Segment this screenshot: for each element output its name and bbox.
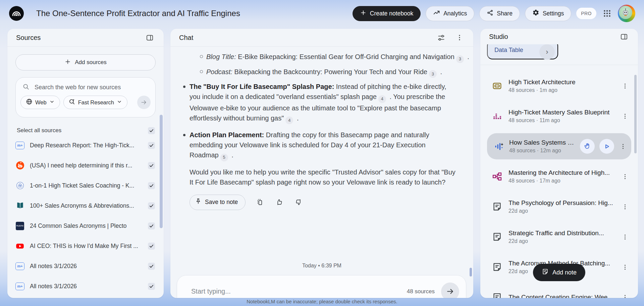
studio-artifact-row[interactable]: The Content Creation Engine: Wee... [480,282,638,298]
web-search-card: Web Fast Research [15,77,156,117]
collapse-panel-icon[interactable] [619,32,629,42]
send-button[interactable] [441,283,459,298]
user-avatar[interactable] [618,5,635,22]
research-mode-dropdown[interactable]: Fast Research [63,96,127,109]
chat-panel: Chat Blog Title: E-Bike Bikepacking: Ess… [170,29,473,298]
source-title: (USA) I need help determining if this r.… [30,162,143,169]
source-count: 48 sources [407,288,435,295]
artifact-more-options-icon[interactable] [621,293,629,298]
sources-scrollbar[interactable] [160,115,163,228]
studio-artifact-row[interactable]: High-Ticket Mastery Sales Blueprint48 so… [480,101,638,131]
chat-body: Blog Title: E-Bike Bikepacking: Essentia… [170,46,473,298]
apps-grid-icon[interactable] [601,8,613,19]
chevron-down-icon [117,99,122,106]
source-checkbox[interactable] [148,182,155,189]
settings-button[interactable]: Settings [525,6,571,21]
search-input[interactable] [34,84,149,91]
artifact-more-options-icon[interactable] [619,142,627,151]
source-list-item[interactable]: 100+ Sales Acronyms & Abbreviations... [7,196,164,216]
artifact-more-options-icon[interactable] [621,112,629,120]
audio-icon [494,141,504,152]
message-text: . [230,151,233,159]
source-list-item[interactable]: m+All notes 3/1/2026 [7,276,164,296]
tools-scroll-next-icon[interactable]: › [539,44,555,60]
pin-icon [195,198,202,206]
note-icon [542,268,549,277]
notebooklm-logo-icon[interactable] [9,6,24,21]
message-text: . [438,68,442,75]
share-button[interactable]: Share [479,6,520,21]
source-checkbox[interactable] [148,202,155,209]
chat-panel-header: Chat [170,29,473,47]
chat-scrollbar[interactable] [470,268,472,276]
source-title: 24 Common Sales Acronyms | Plecto [30,222,143,230]
source-checkbox[interactable] [148,142,155,149]
globe-icon [26,98,33,106]
chat-input[interactable] [191,287,407,296]
assistant-message: Blog Title: E-Bike Bikepacking: Essentia… [170,46,473,210]
add-note-button[interactable]: Add note [533,264,585,281]
source-checkbox[interactable] [148,222,155,230]
source-list-item[interactable]: m+Deep Research Report: The High-Tick... [7,135,164,155]
source-list-item[interactable]: m+All notes 3/1/2026 [7,256,164,276]
citation-chip[interactable]: 3 [456,55,464,63]
note-icon: m+ [15,262,24,271]
artifact-more-options-icon[interactable] [621,263,629,271]
play-button[interactable] [599,139,614,154]
message-text: . [295,114,299,122]
message-para: Would you like me to help you write the … [190,167,458,187]
artifact-meta: 22d ago [508,208,615,214]
artifact-more-options-icon[interactable] [621,233,629,241]
add-sources-button[interactable]: Add sources [15,54,156,70]
chat-panel-title: Chat [179,34,193,42]
collapse-panel-icon[interactable] [145,33,155,43]
studio-artifact-row[interactable]: High Ticket Architecture48 sources · 1m … [480,71,638,101]
select-all-checkbox[interactable] [148,127,155,134]
source-list-item[interactable]: AI CEO: THIS is How I'd Make My First ..… [7,236,164,256]
studio-artifact-row[interactable]: Mastering the Architecture of High...48 … [480,161,638,192]
message-bullet: Action Plan Placement: Drafting the copy… [190,130,452,161]
sparkle-search-icon [69,98,75,106]
artifact-more-options-icon[interactable] [621,203,629,211]
create-notebook-button[interactable]: Create notebook [353,6,421,21]
share-icon [487,9,493,18]
page-title: The One-Sentence Profit Extractor and AI… [36,9,240,18]
analytics-button[interactable]: Analytics [426,6,474,21]
search-submit-button[interactable] [137,96,151,109]
citation-chip[interactable]: 3 [429,70,437,78]
studio-panel: Studio Data Table › High Ticket Architec… [480,29,638,298]
artifact-title: Mastering the Architecture of High... [508,169,615,176]
source-list-item[interactable]: PLECTO24 Common Sales Acronyms | Plecto [7,216,164,236]
studio-artifact-row[interactable]: How Sales Systems Map...48 sources · 12m… [487,133,631,159]
artifact-more-options-icon[interactable] [621,172,629,181]
note-icon: m+ [15,282,24,291]
source-checkbox[interactable] [148,263,155,270]
thumbs-down-icon[interactable] [293,197,304,207]
studio-artifact-row[interactable]: Strategic Traffic and Distribution...22d… [480,222,638,252]
header-actions: Create notebook Analytics Share Settings… [353,5,635,22]
source-checkbox[interactable] [148,243,155,250]
source-title: AI CEO: THIS is How I'd Make My First ..… [30,243,143,250]
chat-more-options-icon[interactable] [454,33,465,43]
report-icon [492,232,502,242]
thumbs-up-icon[interactable] [274,197,284,207]
citation-chip[interactable]: 4 [378,95,386,103]
citation-chip[interactable]: 4 [285,116,293,124]
interactive-mode-button[interactable] [580,139,595,154]
citation-chip[interactable]: 5 [220,154,228,161]
studio-artifact-row[interactable]: The Psychology of Persuasion: Hig...22d … [480,192,638,222]
artifact-meta: 48 sources · 1m ago [508,87,615,93]
chat-settings-icon[interactable] [436,33,446,43]
artifact-more-options-icon[interactable] [621,82,629,90]
source-checkbox[interactable] [148,162,155,169]
web-filter-dropdown[interactable]: Web [20,96,60,109]
source-list-item[interactable]: 1-on-1 High Ticket Sales Coaching - K... [7,175,164,196]
studio-scrollbar[interactable] [634,75,637,153]
source-checkbox[interactable] [148,283,155,290]
source-list-item[interactable]: (USA) I need help determining if this r.… [7,155,164,175]
save-to-note-button[interactable]: Save to note [190,195,246,210]
select-all-row: Select all sources [17,125,155,136]
artifact-title: The Psychology of Persuasion: Hig... [508,199,615,207]
copy-icon[interactable] [255,197,265,207]
gear-icon [532,9,539,18]
